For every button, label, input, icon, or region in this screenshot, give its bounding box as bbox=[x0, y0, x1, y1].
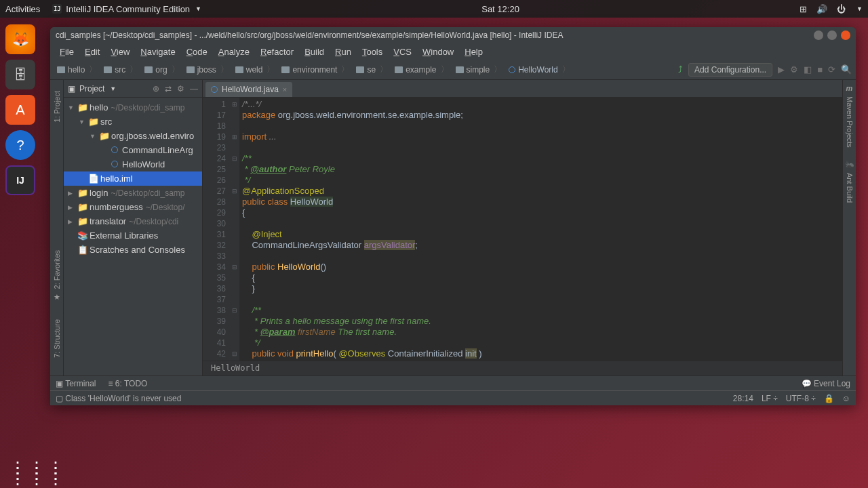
fold-gutter[interactable]: ⊞⊞⊟⊟⊟⊟⊟ bbox=[230, 98, 239, 361]
event-log-tab[interactable]: 💬 Event Log bbox=[802, 379, 850, 388]
menu-navigate[interactable]: Navigate bbox=[136, 45, 179, 58]
ide-window: cdi_samples [~/Desktop/cdi_samples] - ..… bbox=[50, 27, 856, 405]
tree-node[interactable]: HelloWorld bbox=[64, 157, 202, 171]
help-launcher[interactable]: ? bbox=[5, 130, 35, 160]
favorites-tool-tab[interactable]: 2: Favorites bbox=[53, 246, 61, 293]
intellij-launcher[interactable]: IJ bbox=[5, 165, 35, 195]
class-icon bbox=[211, 86, 218, 93]
editor-tabs: HelloWorld.java × bbox=[203, 80, 842, 98]
code-content[interactable]: /*...*/package org.jboss.weld.environmen… bbox=[239, 98, 842, 361]
line-separator[interactable]: LF ÷ bbox=[762, 394, 778, 403]
breadcrumb-item[interactable]: weld〉 bbox=[233, 62, 279, 77]
chevron-down-icon[interactable]: ▼ bbox=[110, 85, 116, 92]
menu-run[interactable]: Run bbox=[331, 45, 355, 58]
menu-help[interactable]: Help bbox=[460, 45, 487, 58]
menu-build[interactable]: Build bbox=[300, 45, 328, 58]
activities-button[interactable]: Activities bbox=[5, 4, 40, 14]
project-tool-tab[interactable]: 1: Project bbox=[53, 87, 61, 126]
breadcrumb-item[interactable]: example〉 bbox=[392, 62, 452, 77]
tree-node[interactable]: ▼📁hello ~/Desktop/cdi_samp bbox=[64, 100, 202, 115]
menu-tools[interactable]: Tools bbox=[358, 45, 387, 58]
maximize-button[interactable] bbox=[827, 30, 837, 40]
structure-tool-tab[interactable]: 7: Structure bbox=[53, 315, 61, 362]
firefox-launcher[interactable]: 🦊 bbox=[5, 24, 35, 54]
tree-node[interactable]: ▼📁src bbox=[64, 115, 202, 129]
run-icon[interactable]: ▶ bbox=[778, 64, 785, 75]
build-icon[interactable]: ⤴ bbox=[678, 64, 683, 75]
breadcrumb-item[interactable]: hello〉 bbox=[54, 62, 101, 77]
run-config-selector[interactable]: Add Configuration... bbox=[688, 63, 772, 77]
show-apps-button[interactable]: ⋮⋮⋮⋮⋮⋮⋮⋮⋮ bbox=[9, 465, 66, 481]
editor-breadcrumb[interactable]: HelloWorld bbox=[203, 361, 842, 375]
code-editor[interactable]: 1171819232425262728293031323334353637383… bbox=[203, 98, 842, 361]
menu-code[interactable]: Code bbox=[182, 45, 212, 58]
menu-bar: FileEditViewNavigateCodeAnalyzeRefactorB… bbox=[50, 43, 856, 60]
tree-node[interactable]: ▶📁numberguess ~/Desktop/ bbox=[64, 200, 202, 214]
editor-tab[interactable]: HelloWorld.java × bbox=[205, 82, 292, 97]
update-icon[interactable]: ⟳ bbox=[828, 64, 835, 75]
tree-node[interactable]: ▶📁login ~/Desktop/cdi_samp bbox=[64, 186, 202, 200]
debug-icon[interactable]: ⚙ bbox=[790, 64, 798, 75]
stop-icon[interactable]: ■ bbox=[817, 64, 823, 75]
caret-position[interactable]: 28:14 bbox=[733, 394, 753, 403]
menu-view[interactable]: View bbox=[106, 45, 134, 58]
project-panel-header[interactable]: ▣ Project ▼ ⊕ ⇄ ⚙ — bbox=[64, 80, 202, 98]
window-title: cdi_samples [~/Desktop/cdi_samples] - ..… bbox=[56, 30, 563, 40]
menu-file[interactable]: File bbox=[56, 45, 78, 58]
close-tab-icon[interactable]: × bbox=[283, 85, 287, 94]
file-encoding[interactable]: UTF-8 ÷ bbox=[786, 394, 816, 403]
minimize-button[interactable] bbox=[814, 30, 823, 40]
tree-node[interactable]: 📋Scratches and Consoles bbox=[64, 243, 202, 257]
todo-tab[interactable]: ≡ 6: TODO bbox=[108, 379, 147, 388]
terminal-tab[interactable]: ▣ Terminal bbox=[56, 379, 96, 388]
files-launcher[interactable]: 🗄 bbox=[5, 60, 35, 89]
breadcrumb-item[interactable]: HelloWorld〉 bbox=[506, 62, 574, 77]
tree-node[interactable]: 📄hello.iml bbox=[64, 171, 202, 186]
close-button[interactable] bbox=[841, 30, 850, 40]
app-menu[interactable]: IJIntelliJ IDEA Community Edition▼ bbox=[52, 4, 201, 14]
left-tool-tabs: 1: Project 2: Favorites ★ 7: Structure bbox=[50, 80, 64, 375]
tree-node[interactable]: ▼📁org.jboss.weld.enviro bbox=[64, 129, 202, 143]
volume-icon[interactable]: 🔊 bbox=[816, 4, 827, 14]
search-icon[interactable]: 🔍 bbox=[841, 64, 852, 75]
menu-analyze[interactable]: Analyze bbox=[214, 45, 254, 58]
hector-icon[interactable]: ☺ bbox=[842, 394, 850, 403]
maven-tool-tab[interactable]: Maven Projects bbox=[846, 92, 854, 152]
breadcrumb-item[interactable]: jboss〉 bbox=[184, 62, 233, 77]
breadcrumb-item[interactable]: simple〉 bbox=[453, 62, 507, 77]
status-bar: ▢ Class 'HelloWorld' is never used 28:14… bbox=[50, 390, 856, 405]
network-icon[interactable]: ⊞ bbox=[800, 4, 807, 14]
breadcrumb-item[interactable]: src〉 bbox=[101, 62, 142, 77]
breadcrumb-item[interactable]: org〉 bbox=[142, 62, 183, 77]
locate-icon[interactable]: ⊕ bbox=[153, 84, 159, 94]
project-panel: ▣ Project ▼ ⊕ ⇄ ⚙ — ▼📁hello ~/Desktop/cd… bbox=[64, 80, 203, 375]
clock: Sat 12:20 bbox=[481, 4, 519, 14]
menu-window[interactable]: Window bbox=[418, 45, 458, 58]
folder-icon: ▣ bbox=[68, 84, 75, 94]
ant-icon: 🐜 bbox=[845, 160, 854, 169]
tree-node[interactable]: 📚External Libraries bbox=[64, 228, 202, 243]
window-titlebar[interactable]: cdi_samples [~/Desktop/cdi_samples] - ..… bbox=[50, 27, 856, 43]
menu-refactor[interactable]: Refactor bbox=[256, 45, 298, 58]
tree-node[interactable]: CommandLineArg bbox=[64, 143, 202, 157]
project-tree[interactable]: ▼📁hello ~/Desktop/cdi_samp▼📁src▼📁org.jbo… bbox=[64, 98, 202, 375]
software-launcher[interactable]: A bbox=[5, 95, 35, 125]
coverage-icon[interactable]: ◧ bbox=[804, 64, 812, 75]
status-message: Class 'HelloWorld' is never used bbox=[65, 394, 181, 403]
hint-icon[interactable]: ▢ bbox=[56, 394, 63, 403]
power-icon[interactable]: ⏻ bbox=[837, 4, 846, 14]
menu-edit[interactable]: Edit bbox=[81, 45, 104, 58]
tree-node[interactable]: ▶📁translator ~/Desktop/cdi bbox=[64, 214, 202, 228]
editor-area: HelloWorld.java × 1171819232425262728293… bbox=[203, 80, 842, 375]
breadcrumb-item[interactable]: environment〉 bbox=[279, 62, 353, 77]
hide-icon[interactable]: — bbox=[190, 84, 198, 94]
line-gutter[interactable]: 1171819232425262728293031323334353637383… bbox=[203, 98, 230, 361]
bottom-tool-tabs: ▣ Terminal ≡ 6: TODO 💬 Event Log bbox=[50, 375, 856, 390]
settings-icon[interactable]: ⚙ bbox=[177, 84, 184, 94]
menu-vcs[interactable]: VCS bbox=[389, 45, 416, 58]
dock: 🦊 🗄 A ? IJ bbox=[0, 18, 41, 488]
breadcrumb-item[interactable]: se〉 bbox=[353, 62, 392, 77]
lock-icon[interactable]: 🔒 bbox=[824, 394, 834, 403]
collapse-icon[interactable]: ⇄ bbox=[165, 84, 172, 94]
ant-tool-tab[interactable]: Ant Build bbox=[846, 169, 854, 207]
